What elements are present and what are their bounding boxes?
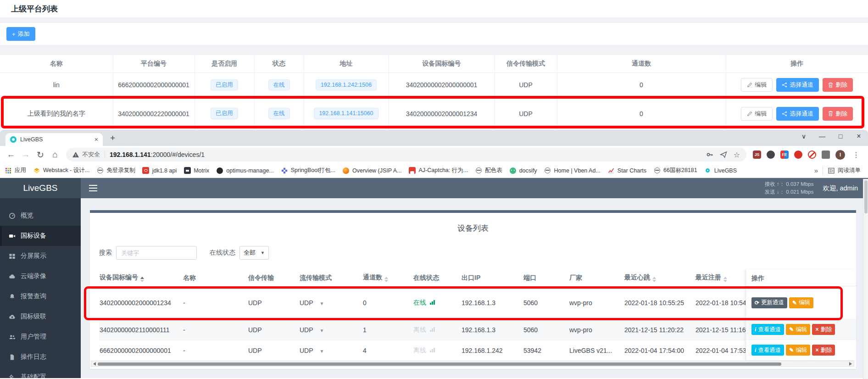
back-icon[interactable]: ← [4,150,18,160]
stream-mode-dropdown[interactable]: UDP▼ [299,340,362,361]
js-extension-icon[interactable]: JS [753,150,761,159]
file-icon [9,354,16,361]
minimize-button[interactable]: — [818,133,826,140]
traffic-chart-icon[interactable] [430,348,435,352]
select-channel-button[interactable]: 选择通道 [776,78,819,92]
bookmark-aj-captcha[interactable]: AJ-Captcha: 行为... [408,167,468,174]
sort-header-gb-id[interactable]: 设备国标编号 [99,270,183,286]
online-status-select[interactable]: 全部 ▼ [239,246,269,260]
home-icon[interactable]: ⌂ [48,150,62,160]
bookmark-overview-jsip[interactable]: Overview (JSIP A... [342,167,401,174]
sidebar-toggle-hamburger-icon[interactable] [89,188,97,189]
blocker-extension-icon[interactable] [808,150,816,159]
view-channels-button[interactable]: i 查看通道 [751,324,784,335]
edit-device-button[interactable]: ✎ 编辑 [786,324,810,335]
delete-button[interactable]: 删除 [823,78,853,92]
key-icon[interactable] [706,151,713,158]
users-icon [9,334,16,340]
sidebar-item-alarm-query[interactable]: 报警查询 [0,286,81,307]
edit-icon: ✎ [789,327,794,332]
vertical-scroll-thumb[interactable] [864,180,868,213]
add-button[interactable]: + 添加 [6,27,35,41]
search-input[interactable] [116,246,197,260]
edit-button[interactable]: 编辑 [741,78,773,92]
bookmark-gb28181[interactable]: 66国标28181 [653,167,697,174]
sidebar-item-user-management[interactable]: 用户管理 [0,327,81,347]
x-icon: × [815,327,818,332]
network-stats: 接收 ↑： 0.037 Mbps 发送 ↓： 0.021 Mbps [765,180,814,195]
sidebar-item-gb-cascade[interactable]: 国标级联 [0,307,81,327]
delete-device-button[interactable]: × 删除 [812,324,835,335]
device-list-title: 设备列表 [90,223,856,234]
puzzle-extensions-icon[interactable] [822,150,830,159]
scroll-right-arrow-icon[interactable] [849,362,852,366]
welcome-user[interactable]: 欢迎, admin [823,184,858,193]
send-icon[interactable] [720,151,727,158]
tab-close-icon[interactable]: × [95,136,98,143]
new-tab-button[interactable]: + [110,134,115,142]
traffic-chart-icon[interactable] [430,300,435,305]
send-rate: 发送 ↓： 0.021 Mbps [765,188,814,196]
reload-icon[interactable]: ↻ [33,150,48,160]
sidebar-item-split-screen[interactable]: 分屏展示 [0,246,81,266]
edit-device-button[interactable]: ✎ 编辑 [786,345,810,356]
bookmark-vben-home[interactable]: Home | Vben Ad... [544,167,601,174]
bookmark-webstack[interactable]: Webstack - 设计... [33,167,89,174]
delete-button[interactable]: 删除 [823,107,853,121]
update-channels-button[interactable]: ⟳ 更新通道 [751,297,787,308]
stream-mode-dropdown[interactable]: UDP▼ [299,319,362,340]
sidebar-item-operation-log[interactable]: 操作日志 [0,347,81,367]
reading-list-button[interactable]: 阅读清单 [828,167,861,174]
forward-icon[interactable]: → [18,150,33,160]
bookmark-color-table[interactable]: 配色表 [475,167,502,174]
bookmark-apps[interactable]: 应用 [5,167,26,174]
adblock-hand-extension-icon[interactable] [794,150,802,159]
grid-icon [9,253,16,260]
edit-button[interactable]: 编辑 [741,107,773,121]
bookmark-docsify[interactable]: docsify [509,167,537,174]
bookmark-livegbs[interactable]: LiveGBS [704,167,737,174]
sidebar-item-gb-devices[interactable]: 国标设备 [0,226,81,246]
tab-search-chevron-icon[interactable]: ∨ [800,133,807,140]
bookmark-star-icon[interactable]: ☆ [734,150,740,159]
address-badge: 192.168.1.141:15060 [314,108,378,119]
bookmark-springboot[interactable]: SpringBoot打包... [281,167,335,174]
vertical-scrollbar[interactable] [863,179,868,379]
toolbar-band: + 添加 [0,23,868,45]
view-channels-button[interactable]: i 查看通道 [751,345,784,356]
browser-tab[interactable]: LiveGBS × [6,133,103,146]
platform-table: 名称 平台编号 是否启用 状态 地址 设备国标编号 信令传输模式 通道数 操作 … [0,55,868,130]
edit-device-button[interactable]: ✎ 编辑 [789,297,813,308]
profile-avatar[interactable]: I [835,150,845,160]
sidebar-item-overview[interactable]: 概览 [0,206,81,226]
delete-device-button[interactable]: × 删除 [812,345,835,356]
sidebar-item-cloud-record[interactable]: 云端录像 [0,266,81,286]
bookmark-jdk-api[interactable]: jdk1.8 api [142,167,177,174]
sort-header-heartbeat[interactable]: 最近心跳 [624,270,695,286]
maximize-button[interactable]: □ [837,133,844,140]
bookmark-optimus-manage[interactable]: optimus-manage... [216,167,274,174]
sidebar-item-basic-config[interactable]: 基础配置 [0,367,81,378]
horizontal-scroll-thumb[interactable] [98,362,781,366]
apps-grid-icon [5,167,12,174]
trash-icon [828,111,833,117]
chrome-menu-icon[interactable]: ⋮ [852,150,860,159]
fe-extension-icon[interactable]: FE [780,150,789,159]
horizontal-scrollbar[interactable] [91,361,854,367]
select-channel-button[interactable]: 选择通道 [776,107,819,121]
scroll-left-arrow-icon[interactable] [93,362,96,366]
sort-header-channels[interactable]: 通道数 [362,270,413,286]
bookmark-free-copy[interactable]: 免登录复制 [96,167,135,174]
address-bar[interactable]: ! 不安全 192.168.1.141:20000/#/devices/1 ☆ [66,148,746,162]
incognito-extension-icon[interactable] [767,150,775,159]
stream-mode-dropdown[interactable]: UDP▼ [299,286,362,319]
bookmark-motrix[interactable]: Motrix [184,167,209,174]
x-icon: × [815,347,818,353]
superior-platform-panel: 上级平台列表 + 添加 名称 平台编号 是否启用 状态 [0,0,868,130]
app-logo[interactable]: LiveGBS [0,178,81,198]
bookmark-star-charts[interactable]: Star Charts [607,167,646,174]
traffic-chart-icon[interactable] [430,327,435,332]
bookmarks-overflow-chevron[interactable]: » [814,167,818,174]
close-button[interactable]: × [855,132,862,140]
spring-icon [281,167,288,174]
